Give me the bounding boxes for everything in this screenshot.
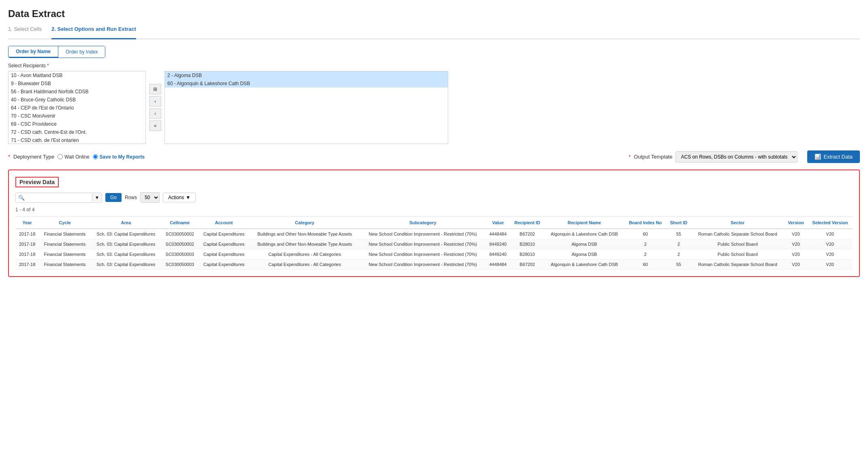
- table-cell: SC030050003: [161, 260, 198, 270]
- output-template-label: Output Template: [634, 154, 672, 160]
- deployment-required: *: [8, 154, 10, 160]
- col-value: Value: [485, 217, 510, 229]
- preview-container: Preview Data 🔍 ▼ Go Rows 50 Actions ▼ 1 …: [8, 170, 860, 277]
- left-list[interactable]: 10 - Avon Maitland DSB 9 - Bluewater DSB…: [8, 71, 146, 144]
- table-cell: 55: [666, 229, 691, 239]
- list-item[interactable]: 64 - CEP de l'Est de l'Ontario: [9, 104, 145, 112]
- save-to-reports-radio[interactable]: [93, 154, 98, 159]
- move-all-left-btn[interactable]: «: [149, 120, 161, 131]
- table-cell: Buildings and Other Non-Moveable Type As…: [250, 229, 360, 239]
- list-item[interactable]: 60 - Algonquin & Lakeshore Cath DSB: [165, 79, 448, 88]
- output-template-select[interactable]: ACS on Rows, DSBs on Columns - with subt…: [676, 151, 797, 163]
- table-cell: Algoma DSB: [544, 239, 624, 249]
- table-cell: V20: [808, 229, 853, 239]
- table-cell: 4448484: [485, 260, 510, 270]
- options-row: * Deployment Type Wait Online Save to My…: [8, 150, 860, 163]
- table-cell: 2: [666, 249, 691, 260]
- rows-select[interactable]: 50: [140, 192, 160, 203]
- list-item[interactable]: 2 - Algoma DSB: [165, 71, 448, 79]
- list-item[interactable]: 10 - Avon Maitland DSB: [9, 71, 145, 79]
- table-cell: New School Condition Improvement - Restr…: [360, 249, 485, 260]
- step-2[interactable]: 2. Select Options and Run Extract: [51, 26, 136, 39]
- transfer-buttons: ⊞ › ‹ «: [149, 84, 161, 131]
- recipients-label: Select Recipients *: [8, 63, 860, 69]
- table-cell: Algoma DSB: [544, 249, 624, 260]
- list-item[interactable]: 71 - CSD cath. de l'Est ontarien: [9, 136, 145, 144]
- table-cell: Financial Statements: [39, 229, 90, 239]
- search-input[interactable]: [27, 193, 92, 202]
- table-cell: SC030050002: [161, 229, 198, 239]
- page-title: Data Extract: [8, 8, 860, 19]
- move-right-btn[interactable]: ›: [149, 96, 161, 107]
- table-cell: Buildings and Other Non-Moveable Type As…: [250, 239, 360, 249]
- result-count: 1 - 4 of 4: [15, 207, 853, 212]
- save-to-reports-text: Save to My Reports: [100, 154, 145, 160]
- table-cell: Public School Board: [691, 249, 784, 260]
- order-by-index-tab[interactable]: Order by Index: [58, 46, 105, 58]
- table-cell: Capital Expenditures - All Categories: [250, 260, 360, 270]
- list-item[interactable]: 69 - CSC Providence: [9, 120, 145, 128]
- table-cell: 2017-18: [15, 249, 39, 260]
- table-cell: V20: [784, 260, 807, 270]
- table-cell: B28010: [510, 249, 544, 260]
- col-subcategory: Subcategory: [360, 217, 485, 229]
- table-cell: New School Condition Improvement - Restr…: [360, 229, 485, 239]
- table-cell: Public School Board: [691, 239, 784, 249]
- order-tabs: Order by Name Order by Index: [8, 46, 105, 58]
- col-cellname: Cellname: [161, 217, 198, 229]
- col-recipient-name: Recipient Name: [544, 217, 624, 229]
- list-item[interactable]: 56 - Brant Haldimand Norfolk CDSB: [9, 88, 145, 96]
- save-to-reports-label[interactable]: Save to My Reports: [93, 154, 145, 160]
- table-cell: 2017-18: [15, 260, 39, 270]
- extract-data-btn[interactable]: 📊 Extract Data: [807, 150, 860, 163]
- table-cell: 2: [624, 239, 667, 249]
- table-cell: 4448484: [485, 229, 510, 239]
- deployment-label: Deployment Type: [13, 154, 54, 160]
- table-cell: SC030050002: [161, 239, 198, 249]
- col-area: Area: [91, 217, 161, 229]
- search-icon: 🔍: [16, 193, 27, 202]
- col-year: Year: [15, 217, 39, 229]
- wait-online-label[interactable]: Wait Online: [58, 154, 90, 160]
- right-list[interactable]: 2 - Algoma DSB 60 - Algonquin & Lakeshor…: [165, 71, 448, 144]
- col-version: Version: [784, 217, 807, 229]
- move-left-btn[interactable]: ‹: [149, 108, 161, 119]
- rows-label: Rows: [125, 195, 137, 200]
- table-cell: 2: [624, 249, 667, 260]
- list-item[interactable]: 72 - CSD cath. Centre-Est de l'Ont.: [9, 128, 145, 136]
- wait-online-text: Wait Online: [64, 154, 90, 160]
- list-item[interactable]: 70 - CSC MonAvenir: [9, 112, 145, 120]
- table-row: 2017-18Financial StatementsSch. 03: Capi…: [15, 260, 853, 270]
- actions-button[interactable]: Actions ▼: [163, 193, 196, 202]
- list-item[interactable]: 9 - Bluewater DSB: [9, 79, 145, 88]
- wait-online-radio[interactable]: [58, 154, 63, 159]
- table-cell: 60: [624, 229, 667, 239]
- table-cell: SC030050003: [161, 249, 198, 260]
- table-cell: 55: [666, 260, 691, 270]
- table-cell: 60: [624, 260, 667, 270]
- search-bar: 🔍 ▼ Go Rows 50 Actions ▼: [15, 192, 853, 203]
- table-cell: Capital Expenditures: [198, 249, 249, 260]
- extract-icon: 📊: [815, 154, 821, 160]
- table-row: 2017-18Financial StatementsSch. 03: Capi…: [15, 229, 853, 239]
- table-cell: New School Condition Improvement - Restr…: [360, 260, 485, 270]
- step-tabs: 1. Select Cells 2. Select Options and Ru…: [8, 26, 860, 39]
- col-category: Category: [250, 217, 360, 229]
- list-item[interactable]: 40 - Bruce-Grey Catholic DSB: [9, 96, 145, 104]
- col-recipient-id: Recipient ID: [510, 217, 544, 229]
- table-row: 2017-18Financial StatementsSch. 03: Capi…: [15, 249, 853, 260]
- preview-title: Preview Data: [15, 177, 59, 187]
- output-required: *: [629, 154, 631, 160]
- table-cell: Roman Catholic Separate School Board: [691, 260, 784, 270]
- table-cell: Roman Catholic Separate School Board: [691, 229, 784, 239]
- col-short-id: Short ID: [666, 217, 691, 229]
- table-row: 2017-18Financial StatementsSch. 03: Capi…: [15, 239, 853, 249]
- move-all-right-btn[interactable]: ⊞: [149, 84, 161, 94]
- extract-btn-label: Extract Data: [823, 154, 853, 160]
- go-button[interactable]: Go: [105, 193, 122, 202]
- search-dropdown-btn[interactable]: ▼: [92, 193, 102, 202]
- col-board-index-no: Board Index No: [624, 217, 667, 229]
- table-cell: V20: [784, 249, 807, 260]
- order-by-name-tab[interactable]: Order by Name: [9, 46, 58, 58]
- step-1[interactable]: 1. Select Cells: [8, 26, 42, 35]
